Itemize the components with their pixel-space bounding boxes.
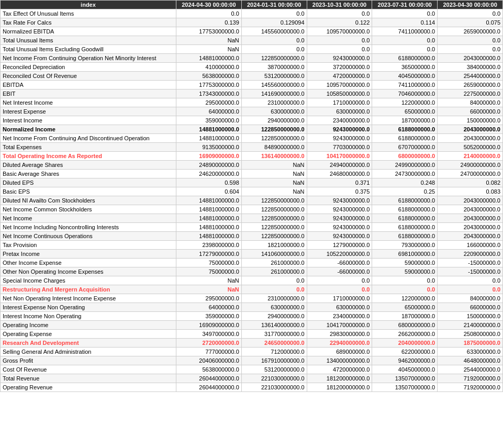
row-value: 6188000000.0 bbox=[372, 125, 438, 134]
row-value: 181200000000.0 bbox=[307, 383, 372, 392]
row-value: 0.0 bbox=[372, 45, 438, 54]
financial-table: index2024-04-30 00:00:002024-01-31 00:00… bbox=[0, 0, 503, 392]
row-label: Diluted EPS bbox=[1, 178, 176, 187]
row-value: 122850000000.0 bbox=[241, 205, 307, 214]
row-value: 59000000.0 bbox=[372, 267, 438, 276]
row-value: 3720000000.0 bbox=[307, 63, 372, 72]
row-value: NaN bbox=[241, 170, 307, 178]
row-value: 64000000.0 bbox=[176, 107, 241, 116]
row-value: 65000000.0 bbox=[372, 303, 438, 312]
row-value: 6188000000.0 bbox=[372, 134, 438, 143]
row-value: 20406000000.0 bbox=[176, 356, 241, 365]
row-value: 0.0 bbox=[372, 285, 438, 294]
row-value: 6188000000.0 bbox=[372, 223, 438, 232]
row-label: Operating Income bbox=[1, 321, 176, 330]
row-value: 150000000.0 bbox=[438, 116, 503, 125]
row-value: 410000000.0 bbox=[176, 63, 241, 72]
row-label: Diluted Average Shares bbox=[1, 161, 176, 170]
row-value: 221030000000.0 bbox=[241, 374, 307, 383]
row-value: 84890000000.0 bbox=[241, 143, 307, 152]
row-value: 75000000.0 bbox=[176, 267, 241, 276]
row-value: 53120000000.0 bbox=[241, 72, 307, 81]
table-row: Tax Effect Of Unusual Items0.00.00.00.00… bbox=[1, 9, 503, 18]
table-row: Net Income Including Noncontrolling Inte… bbox=[1, 223, 503, 232]
row-value: 0.075 bbox=[438, 18, 503, 27]
row-label: Net Income Including Noncontrolling Inte… bbox=[1, 223, 176, 232]
table-row: Total Revenue26044000000.0221030000000.0… bbox=[1, 374, 503, 383]
row-value: 122850000000.0 bbox=[241, 196, 307, 205]
row-value: 181200000000.0 bbox=[307, 374, 372, 383]
row-value: 2398000000.0 bbox=[176, 241, 241, 250]
table-row: Total Unusual Items Excluding GoodwillNa… bbox=[1, 45, 503, 54]
table-row: Total Operating Income As Reported169090… bbox=[1, 152, 503, 161]
row-value: 2340000000.0 bbox=[307, 312, 372, 321]
table-row: Operating Income16909000000.013614000000… bbox=[1, 321, 503, 330]
row-value: 9243000000.0 bbox=[307, 232, 372, 241]
row-value: 141690000000.0 bbox=[241, 89, 307, 98]
table-row: Basic Average Shares24620000000.0NaN2468… bbox=[1, 170, 503, 178]
table-row: Selling General And Administration777000… bbox=[1, 348, 503, 356]
row-value: 145560000000.0 bbox=[241, 27, 307, 36]
row-label: EBITDA bbox=[1, 81, 176, 89]
row-value: 630000000.0 bbox=[241, 303, 307, 312]
row-value: 365000000.0 bbox=[372, 63, 438, 72]
row-value: NaN bbox=[241, 178, 307, 187]
table-header: index2024-04-30 00:00:002024-01-31 00:00… bbox=[1, 1, 503, 9]
table-row: Research And Development2720000000.02465… bbox=[1, 339, 503, 348]
row-value: 105850000000.0 bbox=[307, 89, 372, 98]
row-value: 14881000000.0 bbox=[176, 232, 241, 241]
table-row: Net Income Continuous Operations14881000… bbox=[1, 232, 503, 241]
row-value: 4720000000.0 bbox=[307, 365, 372, 374]
row-label: Interest Income bbox=[1, 116, 176, 125]
row-value: 2043000000.0 bbox=[438, 196, 503, 205]
row-value: 2310000000.0 bbox=[241, 98, 307, 107]
row-value: 0.0 bbox=[438, 45, 503, 54]
row-label: Gross Profit bbox=[1, 356, 176, 365]
row-value: NaN bbox=[176, 276, 241, 285]
row-value: 17343000000.0 bbox=[176, 89, 241, 98]
row-value: 9243000000.0 bbox=[307, 214, 372, 223]
row-value: 24900000000.0 bbox=[438, 161, 503, 170]
row-value: 2508000000.0 bbox=[438, 330, 503, 339]
row-label: Normalized Income bbox=[1, 125, 176, 134]
row-value: 14881000000.0 bbox=[176, 214, 241, 223]
row-value: 9243000000.0 bbox=[307, 205, 372, 214]
table-row: Tax Rate For Calcs0.1390.1290940.1220.11… bbox=[1, 18, 503, 27]
row-value: 261000000.0 bbox=[241, 259, 307, 267]
table-row: Diluted Average Shares24890000000.0NaN24… bbox=[1, 161, 503, 170]
row-value: 0.0 bbox=[241, 285, 307, 294]
row-value: 122000000.0 bbox=[372, 294, 438, 303]
row-value: 2940000000.0 bbox=[241, 116, 307, 125]
row-value: 2275000000.0 bbox=[438, 89, 503, 98]
table-row: Net Income14881000000.0122850000000.0924… bbox=[1, 214, 503, 223]
row-value: 261000000.0 bbox=[241, 267, 307, 276]
row-value: 2659000000.0 bbox=[438, 81, 503, 89]
row-value: 0.375 bbox=[307, 187, 372, 196]
row-label: Research And Development bbox=[1, 339, 176, 348]
row-value: 64000000.0 bbox=[176, 303, 241, 312]
row-value: 5052000000.0 bbox=[438, 143, 503, 152]
row-value: 622000000.0 bbox=[372, 348, 438, 356]
row-value: 13507000000.0 bbox=[372, 374, 438, 383]
row-value: 2310000000.0 bbox=[241, 294, 307, 303]
row-value: 689000000.0 bbox=[307, 348, 372, 356]
row-label: Net Non Operating Interest Income Expens… bbox=[1, 294, 176, 303]
row-label: Net Income bbox=[1, 214, 176, 223]
row-value: 14881000000.0 bbox=[176, 125, 241, 134]
row-value: 2940000000.0 bbox=[241, 312, 307, 321]
table-row: Net Interest Income295000000.02310000000… bbox=[1, 98, 503, 107]
row-label: Net Interest Income bbox=[1, 98, 176, 107]
row-value: 24940000000.0 bbox=[307, 161, 372, 170]
row-value: NaN bbox=[176, 285, 241, 294]
table-row: Reconciled Depreciation410000000.0387000… bbox=[1, 63, 503, 72]
row-label: Selling General And Administration bbox=[1, 348, 176, 356]
row-value: 6800000000.0 bbox=[372, 152, 438, 161]
row-value: 7411000000.0 bbox=[372, 81, 438, 89]
row-value: 777000000.0 bbox=[176, 348, 241, 356]
row-value: 166000000.0 bbox=[438, 241, 503, 250]
table-row: Other Income Expense75000000.0261000000.… bbox=[1, 259, 503, 267]
row-label: Other Income Expense bbox=[1, 259, 176, 267]
row-value: 16909000000.0 bbox=[176, 321, 241, 330]
row-label: Total Operating Income As Reported bbox=[1, 152, 176, 161]
table-row: Net Income From Continuing And Discontin… bbox=[1, 134, 503, 143]
